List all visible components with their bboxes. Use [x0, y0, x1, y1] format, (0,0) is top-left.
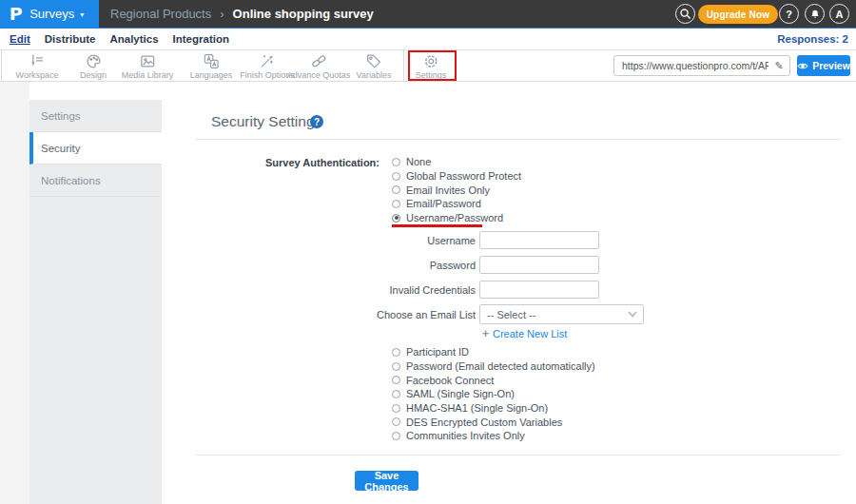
toolbar-label: Design	[80, 70, 107, 80]
radio-email-password[interactable]: Email/Password	[392, 197, 521, 211]
sidebar-item-security[interactable]: Security	[29, 132, 162, 165]
help-button[interactable]: ?	[779, 4, 799, 24]
password-input[interactable]	[479, 256, 599, 274]
radio-icon[interactable]	[392, 185, 400, 194]
radio-icon[interactable]	[392, 404, 400, 413]
question-mark-icon: ?	[786, 9, 792, 20]
create-new-list-label: Create New List	[493, 328, 567, 339]
radio-label: SAML (Single Sign-On)	[406, 388, 515, 399]
radio-none[interactable]: None	[392, 155, 521, 169]
radio-icon[interactable]	[392, 376, 400, 384]
upgrade-now-button[interactable]: Upgrade Now	[698, 5, 778, 24]
radio-hmac-sha1[interactable]: HMAC-SHA1 (Single Sign-On)	[392, 401, 595, 416]
left-gutter	[0, 82, 29, 504]
chevron-down-icon	[622, 311, 643, 318]
survey-nav-row: Edit Distribute Analytics Integration Re…	[0, 29, 856, 50]
avatar: A	[836, 9, 844, 20]
toolbar-item-workspace[interactable]: Workspace	[16, 53, 59, 80]
radio-des-encrypted[interactable]: DES Encrypted Custom Variables	[392, 415, 595, 429]
advance-quotas-icon	[310, 53, 326, 69]
breadcrumb-survey-name: Online shopping survey	[233, 7, 374, 21]
radio-icon[interactable]	[392, 348, 400, 357]
responses-count-link[interactable]: Responses: 2	[777, 29, 848, 49]
surveys-menu-button[interactable]: P Surveys ▾	[0, 0, 99, 28]
radio-communities-invites-only[interactable]: Communities Invites Only	[392, 429, 595, 443]
toolbar-item-advance-quotas[interactable]: Advance Quotas	[287, 53, 351, 80]
radio-facebook-connect[interactable]: Facebook Connect	[392, 373, 595, 387]
radio-icon[interactable]	[392, 200, 400, 208]
radio-email-invites-only[interactable]: Email Invites Only	[392, 183, 521, 197]
email-list-select[interactable]: -- Select --	[479, 304, 644, 324]
workspace-icon	[29, 53, 45, 69]
toolbar-left-divider	[1, 50, 2, 81]
media-library-icon	[140, 53, 156, 69]
radio-icon[interactable]	[392, 158, 400, 166]
radio-password-email-detected[interactable]: Password (Email detected automatically)	[392, 359, 595, 374]
breadcrumb-separator-icon: ›	[220, 7, 224, 21]
search-icon	[679, 8, 691, 20]
save-changes-button[interactable]: Save Changes	[355, 471, 418, 491]
settings-sidebar: Settings Security Notifications	[29, 100, 162, 504]
radio-icon[interactable]	[392, 362, 400, 371]
username-label: Username	[285, 235, 476, 246]
radio-label: Username/Password	[406, 212, 503, 223]
toolbar-item-languages[interactable]: Languages	[190, 53, 233, 80]
tab-edit[interactable]: Edit	[10, 33, 30, 45]
radio-icon[interactable]	[392, 390, 400, 398]
radio-username-password[interactable]: Username/Password	[392, 211, 521, 225]
main-area: Settings Security Notifications Security…	[0, 82, 856, 504]
radio-label: Global Password Protect	[406, 170, 521, 182]
search-button[interactable]	[675, 4, 695, 24]
toolbar-item-design[interactable]: Design	[80, 53, 107, 80]
radio-saml[interactable]: SAML (Single Sign-On)	[392, 387, 595, 401]
footer-divider	[195, 455, 841, 456]
top-bar: P Surveys ▾ Regional Products › Online s…	[0, 0, 856, 29]
tab-distribute[interactable]: Distribute	[45, 33, 96, 45]
toolbar-item-settings[interactable]: Settings	[416, 53, 447, 80]
design-icon	[85, 53, 101, 69]
survey-url-text[interactable]: https://www.questionpro.com/t/APNrFZ	[614, 60, 768, 71]
tab-analytics[interactable]: Analytics	[109, 33, 158, 45]
radio-global-password-protect[interactable]: Global Password Protect	[392, 169, 521, 184]
edit-url-button[interactable]: ✎	[768, 60, 789, 72]
variables-icon	[365, 53, 381, 69]
radio-label: Email/Password	[406, 198, 481, 209]
page-title: Security Settings	[211, 113, 321, 130]
sidebar-item-settings[interactable]: Settings	[29, 100, 162, 132]
toolbar-label: Languages	[190, 70, 233, 80]
toolbar-label: Settings	[416, 70, 447, 80]
radio-label: Participant ID	[406, 346, 469, 358]
radio-label: Password (Email detected automatically)	[406, 360, 595, 372]
email-list-selected-value: -- Select --	[480, 309, 622, 320]
languages-icon	[203, 53, 219, 69]
sidebar-item-notifications[interactable]: Notifications	[29, 165, 162, 197]
radio-icon[interactable]	[392, 172, 400, 181]
tab-integration[interactable]: Integration	[173, 33, 229, 45]
plus-icon: +	[482, 327, 489, 340]
account-button[interactable]: A	[829, 4, 849, 24]
surveys-menu-label: Surveys	[29, 7, 74, 21]
username-input[interactable]	[479, 231, 599, 249]
toolbar-item-media-library[interactable]: Media Library	[122, 53, 174, 80]
survey-url-field[interactable]: https://www.questionpro.com/t/APNrFZ ✎	[613, 55, 790, 76]
breadcrumb: Regional Products › Online shopping surv…	[110, 0, 374, 28]
bell-icon	[809, 9, 821, 20]
invalid-credentials-input[interactable]	[479, 281, 599, 299]
radio-participant-id[interactable]: Participant ID	[392, 345, 595, 359]
radio-label: DES Encrypted Custom Variables	[406, 417, 562, 428]
radio-icon[interactable]	[392, 432, 400, 440]
radio-icon[interactable]	[392, 417, 400, 426]
preview-label: Preview	[812, 60, 850, 71]
radio-icon-selected[interactable]	[392, 214, 400, 223]
toolbar-item-variables[interactable]: Variables	[357, 53, 392, 80]
toolbar-label: Media Library	[122, 70, 174, 80]
help-icon[interactable]: ?	[310, 115, 323, 128]
notifications-button[interactable]	[805, 4, 825, 24]
create-new-list-link[interactable]: + Create New List	[482, 327, 567, 340]
breadcrumb-folder[interactable]: Regional Products	[110, 7, 211, 21]
email-list-label: Choose an Email List	[285, 309, 476, 320]
radio-label: Communities Invites Only	[406, 430, 525, 441]
nav-tabs: Edit Distribute Analytics Integration	[10, 29, 229, 49]
preview-button[interactable]: Preview	[797, 55, 850, 76]
survey-authentication-label: Survey Authentication:	[195, 157, 379, 168]
